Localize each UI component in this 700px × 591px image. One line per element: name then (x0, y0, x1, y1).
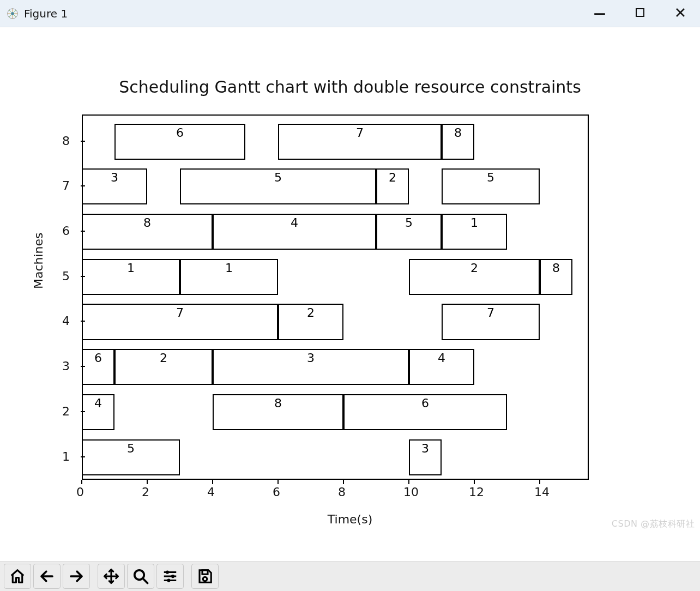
app-icon (7, 8, 19, 20)
task-label: 2 (160, 351, 167, 365)
task-label: 6 (94, 351, 102, 365)
gantt-task: 6 (114, 124, 245, 160)
y-axis-label: Machines (32, 232, 45, 289)
x-tick: 12 (469, 485, 484, 499)
task-label: 8 (274, 396, 282, 410)
gantt-task: 1 (82, 259, 180, 295)
task-label: 2 (389, 171, 396, 184)
task-label: 8 (552, 261, 560, 275)
svg-point-4 (166, 570, 169, 574)
arrow-left-icon (39, 568, 55, 584)
task-label: 6 (421, 396, 429, 410)
task-label: 1 (127, 261, 135, 275)
figure-canvas: Scheduling Gantt chart with double resou… (0, 27, 700, 562)
gantt-task: 2 (114, 349, 213, 385)
task-label: 3 (421, 442, 429, 455)
pan-button[interactable] (98, 564, 125, 589)
task-label: 8 (454, 126, 462, 140)
gantt-task: 5 (180, 168, 376, 204)
gantt-task: 1 (442, 214, 507, 250)
gantt-task: 8 (540, 259, 572, 295)
y-tick: 4 (62, 314, 70, 328)
gantt-task: 7 (278, 124, 442, 160)
gantt-task: 4 (213, 214, 376, 250)
task-label: 3 (111, 171, 118, 184)
x-tick: 4 (207, 485, 215, 499)
sliders-icon (162, 568, 178, 584)
gantt-task: 2 (409, 259, 540, 295)
gantt-task: 2 (278, 304, 343, 340)
task-label: 8 (143, 216, 151, 230)
svg-point-6 (167, 578, 170, 582)
move-icon (103, 568, 119, 584)
x-tick: 2 (142, 485, 149, 499)
gantt-task: 3 (82, 168, 147, 204)
home-icon (9, 568, 26, 584)
x-tick: 8 (338, 485, 346, 499)
task-label: 5 (274, 171, 282, 184)
svg-rect-2 (636, 9, 644, 16)
chart-title: Scheduling Gantt chart with double resou… (0, 77, 700, 97)
task-label: 4 (438, 351, 445, 365)
gantt-task: 5 (82, 439, 180, 475)
task-label: 5 (487, 171, 494, 184)
task-label: 2 (470, 261, 478, 275)
gantt-task: 7 (82, 304, 278, 340)
minimize-button[interactable]: — (592, 7, 607, 20)
task-label: 1 (225, 261, 233, 275)
gantt-task: 8 (213, 394, 343, 430)
task-label: 5 (127, 442, 135, 455)
configure-button[interactable] (156, 564, 184, 589)
save-icon (197, 568, 213, 584)
x-axis-label: Time(s) (0, 512, 700, 526)
task-label: 4 (94, 396, 102, 410)
y-tick: 2 (62, 405, 70, 418)
task-label: 2 (307, 306, 315, 319)
x-tick: 10 (403, 485, 419, 499)
task-label: 3 (307, 351, 315, 365)
maximize-button[interactable] (632, 7, 648, 20)
x-tick: 0 (76, 485, 84, 499)
save-button[interactable] (191, 564, 219, 589)
y-tick: 1 (62, 450, 70, 463)
window-title: Figure 1 (24, 7, 68, 20)
gantt-task: 1 (180, 259, 278, 295)
task-label: 5 (405, 216, 413, 230)
gantt-task: 3 (409, 439, 442, 475)
task-label: 4 (291, 216, 298, 230)
window-titlebar: Figure 1 — (0, 0, 700, 27)
gantt-task: 2 (376, 168, 409, 204)
x-tick: 14 (534, 485, 550, 499)
back-button[interactable] (33, 564, 61, 589)
gantt-task: 8 (82, 214, 213, 250)
gantt-task: 6 (82, 349, 114, 385)
close-button[interactable] (673, 7, 688, 20)
y-tick: 6 (62, 224, 70, 238)
x-tick: 6 (273, 485, 280, 499)
y-tick: 7 (62, 179, 70, 192)
task-label: 1 (470, 216, 478, 230)
gantt-task: 5 (442, 168, 540, 204)
task-label: 7 (356, 126, 364, 140)
home-button[interactable] (4, 564, 31, 589)
y-tick: 3 (62, 359, 70, 373)
gantt-task: 8 (442, 124, 474, 160)
svg-point-8 (203, 577, 207, 581)
watermark-text: CSDN @荔枝科研社 (612, 518, 695, 530)
gantt-task: 3 (213, 349, 409, 385)
zoom-button[interactable] (127, 564, 154, 589)
window-controls: — (592, 7, 693, 20)
matplotlib-toolbar (0, 561, 700, 591)
gantt-task: 4 (82, 394, 114, 430)
zoom-icon (132, 568, 149, 584)
gantt-task: 4 (409, 349, 474, 385)
forward-button[interactable] (63, 564, 90, 589)
gantt-task: 6 (343, 394, 507, 430)
y-tick: 5 (62, 269, 70, 283)
gantt-task: 7 (442, 304, 540, 340)
svg-rect-7 (202, 570, 208, 575)
y-tick: 8 (62, 134, 70, 148)
task-label: 7 (487, 306, 494, 319)
task-label: 6 (176, 126, 184, 140)
gantt-task: 5 (376, 214, 442, 250)
